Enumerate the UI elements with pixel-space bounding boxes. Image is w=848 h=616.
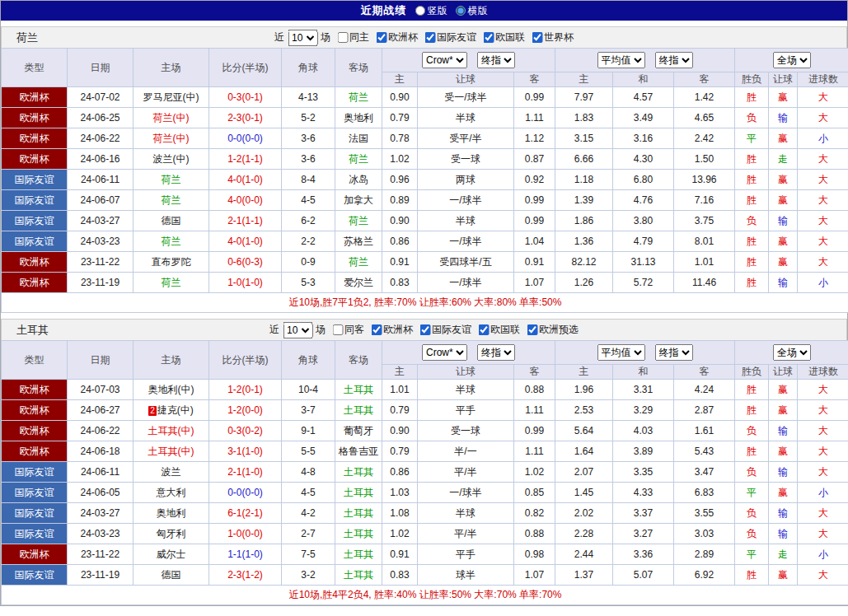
checkbox-icon[interactable]	[424, 32, 435, 43]
horizontal-radio-icon[interactable]	[456, 6, 466, 16]
bookmaker-select[interactable]: Crow*	[422, 344, 467, 361]
away-team[interactable]: 土耳其	[335, 462, 382, 483]
home-team[interactable]: 荷兰	[134, 190, 209, 211]
score[interactable]: 2-3(1-2)	[209, 565, 282, 586]
match-date: 24-06-07	[68, 190, 134, 211]
competition-checkbox[interactable]: 欧洲预选	[523, 323, 579, 337]
checkbox-icon[interactable]	[337, 32, 348, 43]
checkbox-icon[interactable]	[376, 32, 387, 43]
score[interactable]: 0-0(0-0)	[209, 483, 282, 503]
checkbox-icon[interactable]	[532, 32, 542, 43]
avg-select[interactable]: 平均值	[597, 344, 645, 361]
score[interactable]: 1-2(1-1)	[209, 149, 282, 170]
checkbox-icon[interactable]	[332, 324, 343, 335]
score[interactable]: 1-0(0-0)	[209, 524, 282, 544]
home-team[interactable]: 匈牙利	[134, 524, 209, 544]
away-team[interactable]: 荷兰	[335, 252, 382, 273]
checkbox-icon[interactable]	[483, 32, 494, 43]
home-team[interactable]: 德国	[134, 211, 209, 231]
home-team[interactable]: 意大利	[134, 483, 209, 503]
layout-radio-horizontal[interactable]: 横版	[456, 4, 488, 18]
avg-stage-select[interactable]: 终指	[655, 344, 693, 361]
home-team[interactable]: 荷兰	[134, 170, 209, 190]
away-team[interactable]: 土耳其	[335, 503, 382, 524]
bookmaker-select[interactable]: Crow*	[422, 52, 467, 68]
checkbox-icon[interactable]	[527, 324, 537, 335]
score[interactable]: 0-3(0-2)	[209, 421, 282, 441]
away-team[interactable]: 土耳其	[335, 544, 382, 565]
competition-checkbox[interactable]: 欧洲杯	[368, 323, 413, 337]
score[interactable]: 0-6(0-3)	[209, 252, 282, 273]
vertical-radio-icon[interactable]	[415, 6, 425, 16]
home-team[interactable]: 奥地利	[134, 503, 209, 524]
checkbox-icon[interactable]	[478, 324, 489, 335]
home-team[interactable]: 直布罗陀	[134, 252, 209, 273]
competition-checkbox[interactable]: 欧国联	[475, 323, 520, 337]
competition-checkbox[interactable]: 欧国联	[480, 30, 525, 44]
home-team[interactable]: 罗马尼亚(中)	[134, 87, 209, 108]
scope-select[interactable]: 全场	[773, 52, 811, 68]
competition-checkbox[interactable]: 欧洲杯	[372, 30, 418, 44]
away-team[interactable]: 土耳其	[335, 483, 382, 503]
score[interactable]: 1-2(0-0)	[209, 400, 282, 421]
odds-stage-select[interactable]: 终指	[477, 344, 515, 361]
score[interactable]: 4-0(0-0)	[209, 190, 282, 211]
score[interactable]: 1-0(1-0)	[209, 273, 282, 293]
score[interactable]: 4-0(1-0)	[209, 170, 282, 190]
home-team[interactable]: 波兰(中)	[134, 149, 209, 170]
score[interactable]: 1-1(1-0)	[209, 544, 282, 565]
avg-odds-draw: 31.13	[613, 252, 674, 273]
away-team[interactable]: 荷兰	[335, 149, 382, 170]
home-team[interactable]: 土耳其(中)	[134, 421, 209, 441]
same-venue-checkbox[interactable]: 同主	[334, 30, 369, 44]
away-team[interactable]: 土耳其	[335, 380, 382, 400]
home-team[interactable]: 2捷克(中)	[134, 400, 209, 421]
competition-checkbox[interactable]: 国际友谊	[421, 30, 476, 44]
score[interactable]: 6-1(2-1)	[209, 503, 282, 524]
score[interactable]: 4-0(1-0)	[209, 231, 282, 252]
competition-checkbox[interactable]: 国际友谊	[416, 323, 471, 337]
handicap-odds-away: 1.02	[514, 462, 555, 483]
home-team[interactable]: 奥地利(中)	[134, 380, 209, 400]
away-team[interactable]: 冰岛	[335, 170, 382, 190]
scope-select[interactable]: 全场	[773, 344, 811, 361]
competition-checkbox[interactable]: 世界杯	[528, 30, 574, 44]
home-team[interactable]: 荷兰	[134, 273, 209, 293]
score[interactable]: 3-1(1-0)	[209, 441, 282, 462]
home-team[interactable]: 威尔士	[134, 544, 209, 565]
checkbox-icon[interactable]	[371, 324, 382, 335]
same-venue-checkbox[interactable]: 同客	[329, 323, 364, 337]
avg-select[interactable]: 平均值	[597, 52, 645, 68]
score[interactable]: 0-3(0-1)	[209, 87, 282, 108]
home-team[interactable]: 德国	[134, 565, 209, 586]
home-team[interactable]: 波兰	[134, 462, 209, 483]
home-team[interactable]: 荷兰(中)	[134, 128, 209, 149]
odds-stage-select[interactable]: 终指	[477, 52, 515, 68]
layout-radio-vertical[interactable]: 竖版	[415, 4, 447, 18]
match-count-select[interactable]: 10	[283, 322, 312, 338]
score[interactable]: 2-1(1-0)	[209, 462, 282, 483]
match-count-select[interactable]: 10	[288, 30, 317, 46]
away-team[interactable]: 荷兰	[335, 87, 382, 108]
away-team[interactable]: 苏格兰	[335, 231, 382, 252]
away-team[interactable]: 葡萄牙	[335, 421, 382, 441]
away-team[interactable]: 荷兰	[335, 211, 382, 231]
away-team[interactable]: 土耳其	[335, 400, 382, 421]
avg-stage-select[interactable]: 终指	[655, 52, 693, 68]
score[interactable]: 2-1(1-1)	[209, 211, 282, 231]
result-handicap: 赢	[769, 483, 798, 503]
checkbox-icon[interactable]	[419, 324, 430, 335]
away-team[interactable]: 加拿大	[335, 190, 382, 211]
away-team[interactable]: 土耳其	[335, 524, 382, 544]
home-team[interactable]: 荷兰	[134, 231, 209, 252]
away-team[interactable]: 法国	[335, 128, 382, 149]
away-team[interactable]: 奥地利	[335, 108, 382, 128]
score[interactable]: 1-2(0-1)	[209, 380, 282, 400]
away-team[interactable]: 爱尔兰	[335, 273, 382, 293]
score[interactable]: 0-0(0-0)	[209, 128, 282, 149]
home-team[interactable]: 荷兰(中)	[134, 108, 209, 128]
home-team[interactable]: 土耳其(中)	[134, 441, 209, 462]
score[interactable]: 2-3(0-1)	[209, 108, 282, 128]
away-team[interactable]: 格鲁吉亚	[335, 441, 382, 462]
away-team[interactable]: 土耳其	[335, 565, 382, 586]
